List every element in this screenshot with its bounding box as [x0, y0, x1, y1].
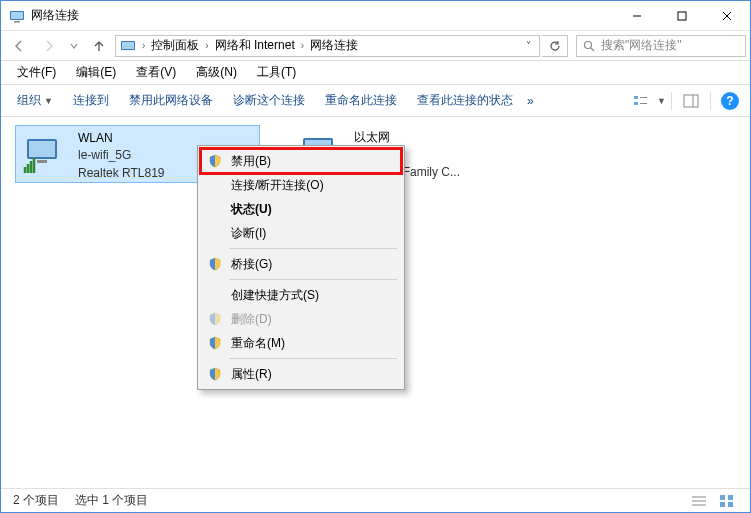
- search-placeholder: 搜索"网络连接": [601, 37, 682, 54]
- menu-file[interactable]: 文件(F): [7, 62, 66, 83]
- disable-device-button[interactable]: 禁用此网络设备: [119, 89, 223, 112]
- menu-tools[interactable]: 工具(T): [247, 62, 306, 83]
- breadcrumb-item[interactable]: 控制面板: [151, 37, 199, 54]
- chevron-down-icon: ▼: [44, 96, 53, 106]
- maximize-button[interactable]: [659, 1, 704, 31]
- svg-point-9: [585, 41, 592, 48]
- more-button[interactable]: »: [523, 91, 538, 111]
- svg-rect-18: [29, 141, 55, 157]
- connection-status: le-wifi_5G: [78, 147, 165, 164]
- svg-line-10: [591, 48, 594, 51]
- close-button[interactable]: [704, 1, 750, 31]
- help-icon: ?: [721, 92, 739, 110]
- svg-rect-1: [11, 12, 23, 19]
- menubar: 文件(F) 编辑(E) 查看(V) 高级(N) 工具(T): [1, 61, 750, 85]
- connection-text: WLAN le-wifi_5G Realtek RTL819: [78, 130, 165, 182]
- search-input[interactable]: 搜索"网络连接": [576, 35, 746, 57]
- connect-to-button[interactable]: 连接到: [63, 89, 119, 112]
- window-title: 网络连接: [31, 7, 614, 24]
- back-button[interactable]: [5, 34, 33, 58]
- svg-rect-4: [678, 12, 686, 20]
- svg-rect-11: [634, 96, 638, 99]
- icons-view-button[interactable]: [716, 492, 738, 510]
- breadcrumb-item[interactable]: 网络和 Internet: [215, 37, 295, 54]
- history-dropdown[interactable]: [65, 34, 83, 58]
- view-layout-button[interactable]: [627, 89, 655, 113]
- menu-advanced[interactable]: 高级(N): [186, 62, 247, 83]
- menu-view[interactable]: 查看(V): [126, 62, 186, 83]
- connection-adapter: Realtek RTL819: [78, 165, 165, 182]
- titlebar: 网络连接: [1, 1, 750, 31]
- shield-icon: [207, 366, 223, 382]
- svg-rect-31: [728, 502, 733, 507]
- ctx-disable[interactable]: 禁用(B): [201, 149, 401, 173]
- shield-icon: [207, 311, 223, 327]
- chevron-right-icon: ›: [203, 40, 210, 51]
- rename-button[interactable]: 重命名此连接: [315, 89, 407, 112]
- preview-pane-button[interactable]: [677, 89, 705, 113]
- svg-rect-30: [720, 502, 725, 507]
- menu-edit[interactable]: 编辑(E): [66, 62, 126, 83]
- separator: [710, 92, 711, 110]
- minimize-button[interactable]: [614, 1, 659, 31]
- status-selected: 选中 1 个项目: [75, 492, 148, 509]
- chevron-down-icon[interactable]: ▼: [657, 96, 666, 106]
- svg-rect-8: [122, 42, 134, 49]
- wlan-icon: [22, 130, 70, 178]
- ctx-status[interactable]: 状态(U): [201, 197, 401, 221]
- ctx-rename[interactable]: 重命名(M): [201, 331, 401, 355]
- app-icon: [9, 8, 25, 24]
- diagnose-button[interactable]: 诊断这个连接: [223, 89, 315, 112]
- details-view-button[interactable]: [688, 492, 710, 510]
- address-dropdown-icon[interactable]: ˅: [522, 40, 535, 51]
- chevron-right-icon: ›: [140, 40, 147, 51]
- chevron-right-icon: ›: [299, 40, 306, 51]
- svg-rect-28: [720, 495, 725, 500]
- organize-button[interactable]: 组织▼: [7, 89, 63, 112]
- shield-icon: [207, 256, 223, 272]
- separator: [229, 358, 397, 359]
- ctx-delete: 删除(D): [201, 307, 401, 331]
- up-button[interactable]: [85, 34, 113, 58]
- toolbar: 组织▼ 连接到 禁用此网络设备 诊断这个连接 重命名此连接 查看此连接的状态 »…: [1, 85, 750, 117]
- address-icon: [120, 38, 136, 54]
- svg-rect-29: [728, 495, 733, 500]
- ctx-connect[interactable]: 连接/断开连接(O): [201, 173, 401, 197]
- search-icon: [583, 40, 595, 52]
- context-menu: 禁用(B) 连接/断开连接(O) 状态(U) 诊断(I) 桥接(G) 创建快捷方…: [197, 145, 405, 390]
- svg-rect-12: [634, 102, 638, 105]
- statusbar: 2 个项目 选中 1 个项目: [1, 488, 750, 512]
- view-status-button[interactable]: 查看此连接的状态: [407, 89, 523, 112]
- forward-button[interactable]: [35, 34, 63, 58]
- address-bar[interactable]: › 控制面板 › 网络和 Internet › 网络连接 ˅: [115, 35, 540, 57]
- svg-rect-2: [14, 21, 20, 23]
- ctx-shortcut[interactable]: 创建快捷方式(S): [201, 283, 401, 307]
- ctx-diagnose[interactable]: 诊断(I): [201, 221, 401, 245]
- separator: [229, 279, 397, 280]
- separator: [671, 92, 672, 110]
- help-button[interactable]: ?: [716, 89, 744, 113]
- breadcrumb-item[interactable]: 网络连接: [310, 37, 358, 54]
- ctx-bridge[interactable]: 桥接(G): [201, 252, 401, 276]
- connection-name: WLAN: [78, 130, 165, 147]
- shield-icon: [207, 335, 223, 351]
- refresh-button[interactable]: [542, 35, 568, 57]
- svg-rect-19: [37, 160, 47, 163]
- separator: [229, 248, 397, 249]
- shield-icon: [207, 153, 223, 169]
- connection-name: 以太网: [354, 129, 460, 146]
- ctx-properties[interactable]: 属性(R): [201, 362, 401, 386]
- status-item-count: 2 个项目: [13, 492, 59, 509]
- address-row: › 控制面板 › 网络和 Internet › 网络连接 ˅ 搜索"网络连接": [1, 31, 750, 61]
- svg-rect-15: [684, 95, 698, 107]
